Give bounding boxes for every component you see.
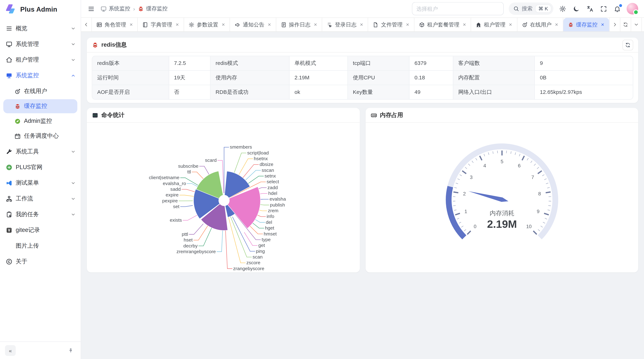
tab-close-icon[interactable]: ✕ — [463, 22, 466, 27]
sidebar-item[interactable]: 图片上传 — [0, 238, 81, 254]
breadcrumb-label: 系统监控 — [109, 5, 130, 12]
gauge-tick — [460, 175, 462, 176]
breadcrumb-item[interactable]: 缓存监控 — [138, 5, 168, 12]
sidebar-pin-button[interactable] — [66, 346, 76, 356]
sidebar-item[interactable]: 我的任务 — [0, 207, 81, 222]
main-content: redis信息 redis版本7.2.5redis模式单机模式tcp端口6379… — [81, 32, 644, 359]
tab-close-icon[interactable]: ✕ — [509, 22, 512, 27]
tab-close-icon[interactable]: ✕ — [601, 22, 604, 27]
gauge-tick — [461, 226, 463, 227]
tabs-more-button[interactable] — [631, 18, 642, 31]
info-value: 0.18 — [410, 71, 453, 85]
command-label: sscan — [262, 168, 274, 173]
sidebar-item[interactable]: 关于 — [0, 254, 81, 270]
gauge-tick — [454, 187, 457, 188]
tab[interactable]: 文件管理✕ — [368, 18, 414, 31]
global-search-button[interactable]: 搜索 ⌘ K — [508, 2, 553, 15]
settings-button[interactable] — [558, 4, 567, 13]
tabs-refresh-button[interactable] — [620, 18, 631, 31]
sidebar-item[interactable]: 工作流 — [0, 191, 81, 207]
tab-close-icon[interactable]: ✕ — [314, 22, 317, 27]
sidebar-item[interactable]: gitee记录 — [0, 222, 81, 238]
sidebar-subitem[interactable]: 缓存监控 — [3, 99, 77, 113]
tabs-scroll-left-button[interactable] — [81, 18, 92, 31]
chev-right-icon — [612, 22, 618, 27]
tabs-list: 角色管理✕字典管理✕参数设置✕通知公告✕操作日志✕登录日志✕文件管理✕租户套餐管… — [92, 18, 609, 31]
gauge-tick — [548, 205, 550, 206]
tab-label: 缓存监控 — [576, 21, 598, 28]
sidebar-collapse-button[interactable]: « — [5, 345, 16, 356]
breadcrumb-item[interactable]: 系统监控 — [100, 5, 130, 12]
info-value: 9 — [535, 56, 633, 71]
tab-label: 操作日志 — [289, 21, 310, 28]
gauge-tick — [540, 226, 542, 227]
menu-toggle-button[interactable] — [87, 4, 96, 13]
commands-card-header: C:\ 命令统计 — [87, 108, 360, 123]
gauge-tick — [537, 167, 539, 169]
tab-close-icon[interactable]: ✕ — [268, 22, 271, 27]
tenant-select-input[interactable] — [412, 2, 504, 15]
tab-close-icon[interactable]: ✕ — [130, 22, 133, 27]
tab-close-icon[interactable]: ✕ — [222, 22, 225, 27]
gauge-tick-label: 8 — [538, 191, 540, 196]
pie-slice[interactable] — [224, 194, 224, 195]
commands-rose-chart: smembersscript|loadhsetnxdbsizesscansetn… — [87, 123, 360, 273]
gauge-tick — [538, 229, 540, 231]
tab-close-icon[interactable]: ✕ — [555, 22, 558, 27]
info-label: 使用内存 — [210, 71, 290, 85]
tab-close-icon[interactable]: ✕ — [360, 22, 363, 27]
tab[interactable]: 登录日志✕ — [322, 18, 368, 31]
gauge-progress — [448, 187, 464, 237]
tab[interactable]: 在线用户✕ — [517, 18, 563, 31]
sidebar-subitem[interactable]: Admin监控 — [3, 114, 77, 128]
sidebar-item[interactable]: 概览 — [0, 21, 81, 36]
sidebar-item[interactable]: 系统工具 — [0, 144, 81, 160]
avatar[interactable] — [627, 3, 638, 14]
gauge-tick — [456, 183, 458, 184]
gauge-tick — [453, 196, 455, 197]
plus-circle-icon — [6, 164, 12, 171]
sidebar-subitem[interactable]: 在线用户 — [3, 84, 77, 98]
dark-mode-button[interactable] — [572, 4, 581, 13]
sidebar-item[interactable]: 系统监控 — [0, 68, 81, 83]
tab[interactable]: 参数设置✕ — [184, 18, 230, 31]
monitor-icon — [100, 5, 107, 12]
commands-card-title: 命令统计 — [101, 111, 124, 119]
gauge-value: 2.19M — [487, 218, 517, 230]
tab[interactable]: 缓存监控✕ — [563, 18, 610, 31]
tabs-scroll-right-button[interactable] — [609, 18, 620, 31]
content-fullscreen-button[interactable] — [642, 18, 644, 31]
gauge-tick — [455, 213, 460, 215]
tab[interactable]: 操作日志✕ — [276, 18, 322, 31]
tab[interactable]: 通知公告✕ — [230, 18, 276, 31]
tab-close-icon[interactable]: ✕ — [406, 22, 409, 27]
gauge-tick — [459, 222, 461, 223]
gauge-tick-label: 4 — [483, 163, 486, 168]
sidebar-item[interactable]: PLUS官网 — [0, 159, 81, 175]
tab-label: 参数设置 — [197, 21, 218, 28]
gauge-label: 内存消耗 — [490, 210, 514, 217]
sidebar-item[interactable]: 系统管理 — [0, 36, 81, 52]
tab-close-icon[interactable]: ✕ — [176, 22, 179, 27]
tab[interactable]: 角色管理✕ — [92, 18, 138, 31]
fullscreen-button[interactable] — [599, 4, 608, 13]
tab-label: 文件管理 — [381, 21, 402, 28]
sidebar-subitem[interactable]: 任务调度中心 — [3, 129, 77, 143]
gauge-needle — [468, 191, 508, 202]
command-label: evalsha_ro — [163, 181, 186, 186]
language-button[interactable] — [586, 4, 594, 13]
rose-chart-svg: smembersscript|loadhsetnxdbsizesscansetn… — [87, 123, 360, 273]
tab[interactable]: 租户套餐管理✕ — [414, 18, 471, 31]
sidebar-item[interactable]: 租户管理 — [0, 52, 81, 68]
tab[interactable]: 字典管理✕ — [138, 18, 184, 31]
command-label: hget — [265, 225, 274, 231]
sidebar-item[interactable]: 测试菜单 — [0, 175, 81, 191]
breadcrumb-label: 缓存监控 — [146, 5, 168, 12]
yen-square-icon — [6, 227, 12, 234]
tab[interactable]: 租户管理✕ — [471, 18, 517, 31]
sidebar-item-label: 租户管理 — [16, 56, 68, 64]
tab-label: 登录日志 — [335, 21, 356, 28]
notifications-button[interactable] — [613, 4, 622, 13]
command-label: get — [258, 243, 265, 248]
redis-info-refresh-button[interactable] — [622, 39, 633, 50]
